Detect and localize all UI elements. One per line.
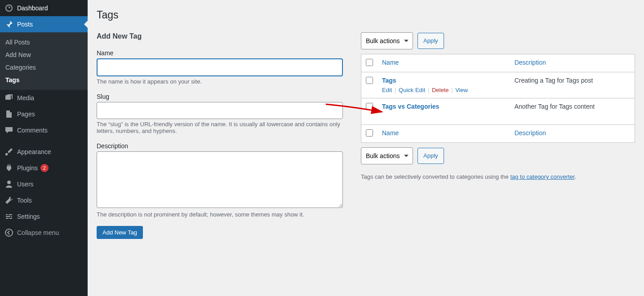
tags-list-panel: Bulk actions Apply Name Description (361, 32, 635, 239)
pin-icon (4, 20, 13, 29)
bulk-actions-select-bottom[interactable]: Bulk actions (361, 147, 413, 164)
collapse-menu[interactable]: Collapse menu (0, 225, 88, 241)
menu-label: Pages (17, 110, 35, 118)
table-row: Tags vs Categories Another Tag for Tags … (361, 98, 635, 125)
row-title-link[interactable]: Tags vs Categories (382, 103, 439, 110)
menu-comments[interactable]: Comments (0, 122, 88, 138)
wrench-icon (4, 196, 13, 205)
menu-dashboard[interactable]: Dashboard (0, 0, 88, 16)
col-desc-footer[interactable]: Description (510, 125, 635, 143)
page-icon (4, 110, 13, 119)
select-all-bottom[interactable] (366, 129, 373, 137)
menu-pages[interactable]: Pages (0, 106, 88, 122)
col-name-footer[interactable]: Name (378, 125, 510, 143)
menu-label: Appearance (17, 148, 51, 155)
row-quickedit-link[interactable]: Quick Edit (399, 87, 425, 93)
submenu-tags[interactable]: Tags (0, 74, 88, 86)
plugins-update-badge: 2 (40, 164, 49, 172)
page-title: Tags (97, 9, 635, 21)
slug-label: Slug (97, 93, 343, 100)
dashboard-icon (4, 4, 13, 13)
menu-users[interactable]: Users (0, 176, 88, 192)
name-help: The name is how it appears on your site. (97, 78, 343, 85)
menu-label: Comments (17, 127, 48, 134)
add-tag-form: Add New Tag Name The name is how it appe… (97, 32, 343, 239)
admin-sidebar: Dashboard Posts All Posts Add New Catego… (0, 0, 88, 296)
menu-label: Media (17, 94, 34, 102)
media-icon (4, 93, 13, 102)
bulk-actions-select-top[interactable]: Bulk actions (361, 32, 413, 49)
row-delete-link[interactable]: Delete (432, 87, 449, 93)
bulk-apply-top[interactable]: Apply (417, 33, 444, 49)
field-name: Name The name is how it appears on your … (97, 49, 343, 85)
sliders-icon (4, 212, 13, 221)
description-input[interactable] (97, 151, 343, 208)
menu-media[interactable]: Media (0, 90, 88, 106)
menu-posts[interactable]: Posts (0, 16, 88, 32)
row-view-link[interactable]: View (455, 87, 468, 93)
col-desc-header[interactable]: Description (510, 54, 635, 72)
menu-label: Settings (17, 213, 40, 220)
menu-settings[interactable]: Settings (0, 208, 88, 225)
field-slug: Slug The “slug” is the URL-friendly vers… (97, 93, 343, 134)
submenu-add-new[interactable]: Add New (0, 49, 88, 61)
collapse-icon (4, 228, 13, 237)
row-description: Creating a Tag for Tags post (510, 72, 635, 98)
menu-label: Tools (17, 197, 32, 204)
form-heading: Add New Tag (97, 32, 343, 40)
menu-plugins[interactable]: Plugins 2 (0, 160, 88, 176)
description-label: Description (97, 142, 343, 150)
plugin-icon (4, 163, 13, 172)
menu-label: Plugins (17, 164, 38, 172)
menu-tools[interactable]: Tools (0, 192, 88, 208)
slug-input[interactable] (97, 102, 343, 119)
brush-icon (4, 147, 13, 156)
converter-note: Tags can be selectively converted to cat… (361, 173, 635, 180)
row-title-link[interactable]: Tags (382, 77, 396, 84)
tags-table: Name Description Tags Edit | Quick Edit (361, 54, 635, 143)
svg-point-0 (5, 229, 13, 236)
menu-label: Collapse menu (17, 229, 59, 236)
tablenav-bottom: Bulk actions Apply (361, 147, 635, 164)
table-row: Tags Edit | Quick Edit | Delete | View (361, 72, 635, 98)
bulk-apply-bottom[interactable]: Apply (417, 148, 444, 164)
comment-icon (4, 126, 13, 135)
name-input[interactable] (97, 58, 343, 76)
submenu-posts: All Posts Add New Categories Tags (0, 32, 88, 90)
name-label: Name (97, 49, 343, 57)
description-help: The description is not prominent by defa… (97, 211, 343, 218)
main-content: Tags Add New Tag Name The name is how it… (88, 0, 644, 296)
menu-appearance[interactable]: Appearance (0, 144, 88, 160)
submenu-all-posts[interactable]: All Posts (0, 36, 88, 49)
add-tag-button[interactable]: Add New Tag (97, 226, 143, 239)
menu-label: Posts (17, 21, 33, 28)
row-edit-link[interactable]: Edit (382, 87, 392, 93)
row-description: Another Tag for Tags content (510, 98, 635, 125)
col-name-header[interactable]: Name (378, 54, 510, 72)
menu-label: Dashboard (17, 4, 48, 12)
menu-label: Users (17, 181, 34, 188)
row-actions: Edit | Quick Edit | Delete | View (382, 87, 506, 93)
tag-to-category-link[interactable]: tag to category converter (510, 173, 574, 180)
row-checkbox[interactable] (366, 103, 373, 110)
field-description: Description The description is not promi… (97, 142, 343, 218)
row-checkbox[interactable] (366, 77, 373, 84)
submenu-categories[interactable]: Categories (0, 61, 88, 74)
slug-help: The “slug” is the URL-friendly version o… (97, 121, 343, 134)
select-all-top[interactable] (366, 59, 373, 66)
user-icon (4, 180, 13, 189)
tablenav-top: Bulk actions Apply (361, 32, 635, 49)
